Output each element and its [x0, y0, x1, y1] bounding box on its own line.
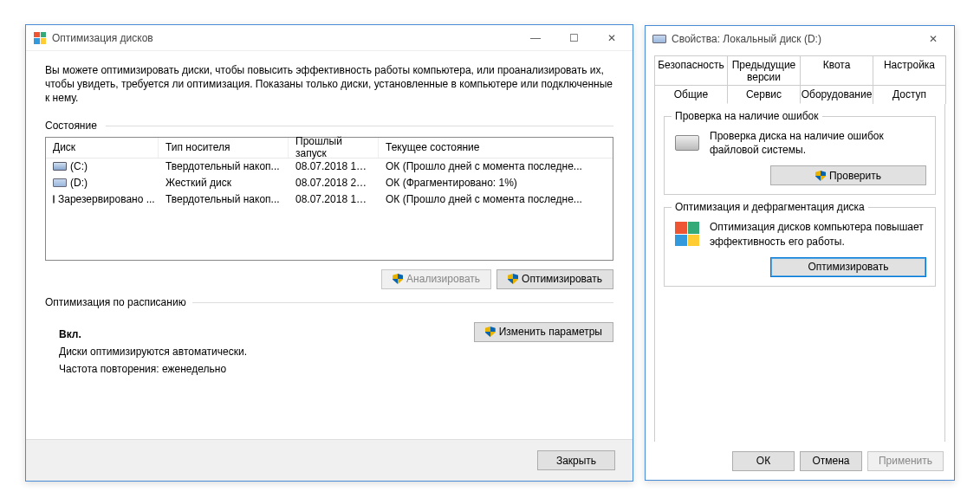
change-settings-button[interactable]: Изменить параметры: [474, 322, 613, 342]
table-header: Диск Тип носителя Прошлый запуск Текущее…: [46, 138, 613, 158]
shield-icon: [393, 274, 403, 284]
disk-media: Твердотельный накоп...: [159, 160, 289, 172]
col-status[interactable]: Текущее состояние: [379, 138, 613, 158]
drive-icon: [53, 178, 67, 187]
disk-status: ОК (Прошло дней с момента последне...: [379, 160, 613, 172]
tab-sharing[interactable]: Доступ: [873, 85, 946, 104]
minimize-button[interactable]: —: [516, 26, 555, 50]
tab-security[interactable]: Безопасность: [654, 55, 728, 86]
change-settings-label: Изменить параметры: [499, 326, 602, 338]
bottom-bar: Закрыть: [26, 439, 633, 481]
shield-icon: [815, 171, 826, 181]
error-check-group: Проверка на наличие ошибок Проверка диск…: [664, 116, 936, 195]
defrag-group: Оптимизация и дефрагментация диска Оптим…: [664, 207, 936, 286]
disk-name: (C:): [70, 160, 88, 172]
table-row[interactable]: (D:) Жесткий диск 08.07.2018 20:29 ОК (Ф…: [46, 175, 613, 191]
drive-icon: [652, 32, 666, 46]
window-title: Оптимизация дисков: [52, 32, 516, 44]
window-controls: ✕: [914, 27, 952, 51]
window-title: Свойства: Локальный диск (D:): [672, 33, 914, 45]
close-button[interactable]: ✕: [593, 26, 631, 50]
apply-button: Применить: [867, 451, 944, 471]
cancel-button[interactable]: Отмена: [800, 451, 862, 471]
tab-customize[interactable]: Настройка: [873, 55, 946, 86]
tab-hardware[interactable]: Оборудование: [800, 85, 873, 104]
defrag-app-icon: [33, 31, 47, 45]
disk-table: Диск Тип носителя Прошлый запуск Текущее…: [45, 137, 613, 261]
shield-icon: [485, 327, 496, 337]
col-media[interactable]: Тип носителя: [159, 138, 289, 158]
col-disk[interactable]: Диск: [46, 138, 159, 158]
drive-icon: [53, 162, 67, 171]
disk-lastrun: 08.07.2018 19:38: [289, 193, 379, 205]
check-label: Проверить: [829, 170, 881, 182]
group-title: Оптимизация и дефрагментация диска: [672, 201, 868, 213]
group-text: Оптимизация дисков компьютера повышает э…: [710, 220, 926, 248]
maximize-button[interactable]: ☐: [555, 26, 593, 50]
disk-lastrun: 08.07.2018 19:38: [289, 160, 379, 172]
disk-status: ОК (Фрагментировано: 1%): [379, 177, 613, 189]
disk-name: Зарезервировано ...: [58, 193, 155, 205]
tab-tools[interactable]: Сервис: [727, 85, 801, 104]
titlebar: Свойства: Локальный диск (D:) ✕: [646, 26, 954, 52]
drive-icon: [53, 195, 55, 204]
analyze-button: Анализировать: [381, 269, 491, 289]
optimize-label: Оптимизировать: [522, 273, 602, 285]
optimize-drives-window: Оптимизация дисков — ☐ ✕ Вы можете оптим…: [25, 24, 633, 482]
drive-properties-window: Свойства: Локальный диск (D:) ✕ Безопасн…: [645, 25, 955, 481]
table-row[interactable]: (C:) Твердотельный накоп... 08.07.2018 1…: [46, 158, 613, 175]
shield-icon: [508, 274, 518, 284]
intro-text: Вы можете оптимизировать диски, чтобы по…: [45, 63, 613, 106]
hard-drive-icon: [673, 129, 701, 157]
optimize-drive-button[interactable]: Оптимизировать: [770, 257, 926, 277]
titlebar: Оптимизация дисков — ☐ ✕: [26, 25, 633, 51]
disk-media: Твердотельный накоп...: [159, 193, 289, 205]
defrag-icon: [673, 220, 701, 248]
tab-quota[interactable]: Квота: [800, 55, 873, 86]
window-controls: — ☐ ✕: [516, 26, 631, 50]
analyze-label: Анализировать: [406, 273, 480, 285]
schedule-line2: Частота повторения: еженедельно: [59, 360, 613, 378]
disk-name: (D:): [70, 177, 88, 189]
schedule-section-label: Оптимизация по расписанию: [45, 296, 613, 308]
table-body: (C:) Твердотельный накоп... 08.07.2018 1…: [46, 158, 613, 260]
tabstrip: Безопасность Предыдущие версии Квота Нас…: [654, 55, 945, 104]
table-row[interactable]: Зарезервировано ... Твердотельный накоп.…: [46, 191, 613, 208]
tab-general[interactable]: Общие: [654, 85, 728, 104]
close-dialog-button[interactable]: Закрыть: [537, 450, 615, 470]
state-section-label: Состояние: [45, 120, 613, 132]
col-lastrun[interactable]: Прошлый запуск: [289, 138, 379, 158]
group-title: Проверка на наличие ошибок: [672, 110, 822, 122]
disk-lastrun: 08.07.2018 20:29: [289, 177, 379, 189]
close-button[interactable]: ✕: [914, 27, 952, 51]
disk-media: Жесткий диск: [159, 177, 289, 189]
disk-status: ОК (Прошло дней с момента последне...: [379, 193, 613, 205]
optimize-button[interactable]: Оптимизировать: [496, 269, 613, 289]
check-button[interactable]: Проверить: [770, 165, 926, 185]
tab-previous-versions[interactable]: Предыдущие версии: [727, 55, 801, 86]
schedule-line1: Диски оптимизируются автоматически.: [59, 343, 613, 360]
group-text: Проверка диска на наличие ошибок файлово…: [710, 129, 926, 157]
dialog-buttons: ОК Отмена Применить: [646, 442, 954, 480]
tab-content: Проверка на наличие ошибок Проверка диск…: [654, 104, 945, 459]
ok-button[interactable]: ОК: [732, 451, 795, 471]
